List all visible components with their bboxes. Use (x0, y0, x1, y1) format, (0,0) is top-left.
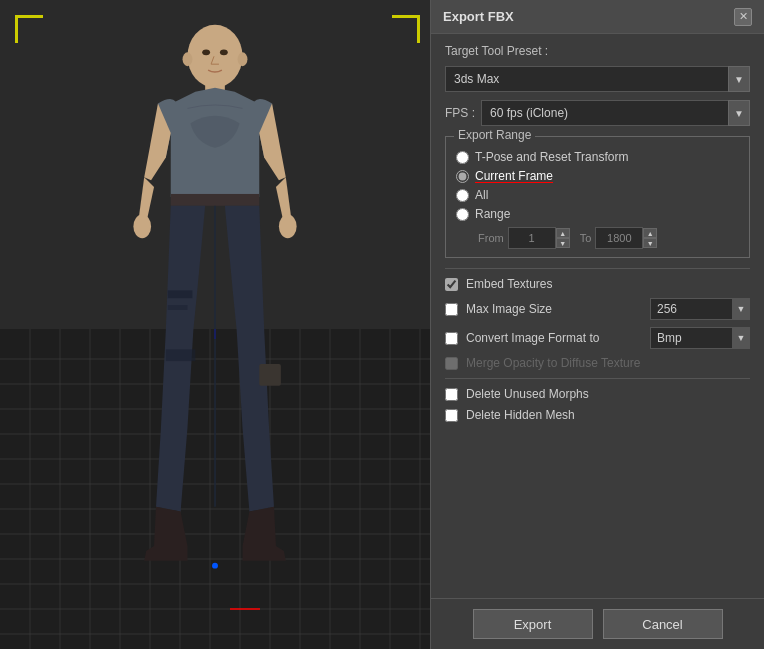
svg-point-32 (133, 215, 151, 239)
to-label: To (580, 232, 592, 244)
to-up-button[interactable]: ▲ (643, 228, 657, 238)
radio-range-row: Range (456, 207, 739, 221)
radio-tpose[interactable] (456, 151, 469, 164)
svg-point-33 (279, 215, 297, 239)
delete-morphs-row: Delete Unused Morphs (445, 387, 750, 401)
to-input[interactable] (595, 227, 643, 249)
target-preset-label: Target Tool Preset : (445, 44, 548, 58)
embed-textures-row: Embed Textures (445, 277, 750, 291)
embed-textures-label: Embed Textures (466, 277, 553, 291)
to-down-button[interactable]: ▼ (643, 238, 657, 248)
svg-rect-36 (168, 305, 188, 310)
svg-point-44 (212, 563, 218, 569)
corner-tr (392, 15, 420, 43)
from-label: From (478, 232, 504, 244)
from-down-button[interactable]: ▼ (556, 238, 570, 248)
fps-select[interactable]: 60 fps (iClone) (481, 100, 750, 126)
convert-image-dropdown-container: Bmp Jpg Png Tga ▼ (650, 327, 750, 349)
merge-opacity-row: Merge Opacity to Diffuse Texture (445, 356, 750, 370)
target-preset-select[interactable]: 3ds Max (445, 66, 750, 92)
export-dialog: Export FBX ✕ Target Tool Preset : 3ds Ma… (430, 0, 764, 649)
max-image-size-select[interactable]: 256 128 512 1024 2048 (650, 298, 750, 320)
fps-label: FPS : (445, 106, 475, 120)
delete-morphs-checkbox[interactable] (445, 388, 458, 401)
separator-2 (445, 378, 750, 379)
radio-tpose-label: T-Pose and Reset Transform (475, 150, 628, 164)
convert-image-select[interactable]: Bmp Jpg Png Tga (650, 327, 750, 349)
merge-opacity-checkbox (445, 357, 458, 370)
from-input[interactable] (508, 227, 556, 249)
export-button[interactable]: Export (473, 609, 593, 639)
radio-range[interactable] (456, 208, 469, 221)
max-image-size-row: Max Image Size 256 128 512 1024 2048 ▼ (445, 298, 750, 320)
fps-row: FPS : 60 fps (iClone) ▼ (445, 100, 750, 126)
merge-opacity-label: Merge Opacity to Diffuse Texture (466, 356, 640, 370)
convert-image-row: Convert Image Format to Bmp Jpg Png Tga … (445, 327, 750, 349)
character-figure (115, 15, 315, 605)
radio-all[interactable] (456, 189, 469, 202)
delete-hidden-checkbox[interactable] (445, 409, 458, 422)
dialog-titlebar: Export FBX ✕ (431, 0, 764, 34)
svg-point-43 (238, 52, 248, 66)
viewport (0, 0, 430, 649)
svg-rect-35 (168, 290, 193, 298)
max-image-size-checkbox[interactable] (445, 303, 458, 316)
embed-textures-checkbox[interactable] (445, 278, 458, 291)
dialog-body: Target Tool Preset : 3ds Max ▼ FPS : 60 … (431, 34, 764, 598)
corner-tl (15, 15, 43, 43)
radio-all-label: All (475, 188, 488, 202)
delete-morphs-label: Delete Unused Morphs (466, 387, 589, 401)
from-up-button[interactable]: ▲ (556, 228, 570, 238)
separator-1 (445, 268, 750, 269)
svg-rect-38 (259, 364, 281, 386)
radio-current-row: Current Frame (456, 169, 739, 183)
max-image-size-label: Max Image Size (466, 302, 552, 316)
dialog-title: Export FBX (443, 9, 514, 24)
export-range-section: Export Range T-Pose and Reset Transform … (445, 136, 750, 258)
svg-point-41 (220, 49, 228, 55)
delete-hidden-row: Delete Hidden Mesh (445, 408, 750, 422)
dialog-footer: Export Cancel (431, 598, 764, 649)
fps-dropdown-container: 60 fps (iClone) ▼ (481, 100, 750, 126)
radio-all-row: All (456, 188, 739, 202)
svg-point-42 (183, 52, 193, 66)
delete-hidden-label: Delete Hidden Mesh (466, 408, 575, 422)
svg-point-30 (187, 25, 242, 88)
cancel-button[interactable]: Cancel (603, 609, 723, 639)
max-image-size-dropdown-container: 256 128 512 1024 2048 ▼ (650, 298, 750, 320)
svg-rect-34 (171, 194, 260, 206)
radio-range-label: Range (475, 207, 510, 221)
svg-rect-37 (166, 349, 196, 361)
radio-tpose-row: T-Pose and Reset Transform (456, 150, 739, 164)
radio-current[interactable] (456, 170, 469, 183)
svg-point-40 (202, 49, 210, 55)
from-to-row: From ▲ ▼ To ▲ ▼ (478, 227, 739, 249)
radio-current-label: Current Frame (475, 169, 553, 183)
from-spinners: ▲ ▼ (556, 228, 570, 248)
target-preset-row: Target Tool Preset : (445, 44, 750, 58)
export-range-legend: Export Range (454, 128, 535, 142)
target-preset-dropdown-row: 3ds Max ▼ (445, 66, 750, 92)
convert-image-label: Convert Image Format to (466, 331, 599, 345)
convert-image-checkbox[interactable] (445, 332, 458, 345)
close-button[interactable]: ✕ (734, 8, 752, 26)
target-preset-dropdown-container: 3ds Max ▼ (445, 66, 750, 92)
to-spinners: ▲ ▼ (643, 228, 657, 248)
